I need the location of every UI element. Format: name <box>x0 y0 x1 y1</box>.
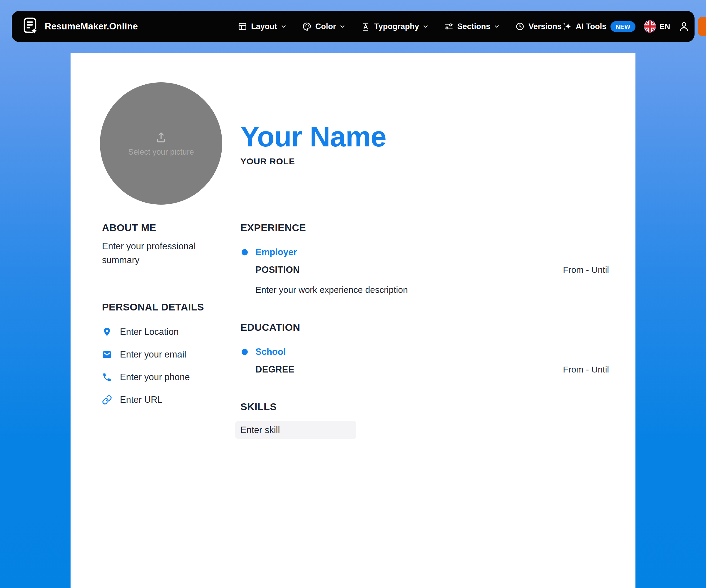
phone-icon <box>102 372 112 382</box>
personal-details-heading: PERSONAL DETAILS <box>102 301 231 313</box>
nav-item-sections[interactable]: Sections <box>444 22 500 31</box>
skill-input[interactable]: Enter skill <box>235 421 356 439</box>
chevron-down-icon <box>422 23 429 30</box>
nav-item-label: Color <box>315 22 336 31</box>
uk-flag-icon <box>644 20 656 33</box>
top-navbar: ResumeMaker.Online Layout Color <box>12 11 695 42</box>
education-dates-field[interactable]: From - Until <box>563 364 609 375</box>
bullet-icon <box>242 249 248 256</box>
resume-role-field[interactable]: YOUR ROLE <box>240 156 295 166</box>
layout-icon <box>238 22 247 31</box>
education-degree-row: DEGREE From - Until <box>240 364 609 375</box>
nav-item-label: Typography <box>374 22 419 31</box>
ai-tools-button[interactable]: AI Tools NEW <box>562 21 635 32</box>
brand-title: ResumeMaker.Online <box>45 21 138 32</box>
brand[interactable]: ResumeMaker.Online <box>23 17 138 36</box>
summary-field[interactable]: Enter your professional summary <box>102 239 231 267</box>
location-label: Enter Location <box>120 327 179 337</box>
chevron-down-icon <box>494 23 500 30</box>
nav-item-color[interactable]: Color <box>302 22 346 31</box>
chevron-down-icon <box>280 23 287 30</box>
resume-page: Select your picture Your Name YOUR ROLE … <box>71 53 635 588</box>
sparkles-icon <box>562 22 572 32</box>
degree-field[interactable]: DEGREE <box>256 364 295 375</box>
email-label: Enter your email <box>120 349 186 360</box>
employer-label: Employer <box>256 247 297 258</box>
nav-item-layout[interactable]: Layout <box>238 22 287 31</box>
nav-menu: Layout Color Typograph <box>238 22 562 31</box>
new-badge: NEW <box>611 21 635 32</box>
bullet-icon <box>242 349 248 355</box>
phone-label: Enter your phone <box>120 372 190 383</box>
download-button[interactable]: Download <box>698 17 706 36</box>
resume-name-field[interactable]: Your Name <box>240 122 386 151</box>
nav-item-label: Layout <box>251 22 277 31</box>
phone-field[interactable]: Enter your phone <box>102 370 231 384</box>
left-column: ABOUT ME Enter your professional summary… <box>102 222 231 406</box>
right-column: EXPERIENCE Employer POSITION From - Unti… <box>240 222 609 439</box>
upload-icon <box>154 130 168 144</box>
chevron-down-icon <box>339 23 346 30</box>
employer-field[interactable]: Employer <box>240 247 609 258</box>
experience-description-field[interactable]: Enter your work experience description <box>240 285 609 295</box>
school-field[interactable]: School <box>240 347 609 357</box>
language-label: EN <box>660 22 670 31</box>
nav-item-versions[interactable]: Versions <box>515 22 562 31</box>
location-icon <box>102 327 112 337</box>
experience-heading: EXPERIENCE <box>240 222 609 233</box>
email-field[interactable]: Enter your email <box>102 348 231 361</box>
nav-item-typography[interactable]: Typography <box>361 22 429 31</box>
about-me-heading: ABOUT ME <box>102 222 231 233</box>
typography-icon <box>361 22 370 31</box>
sliders-icon <box>444 22 454 31</box>
link-icon <box>102 395 112 405</box>
school-label: School <box>256 347 286 357</box>
language-selector[interactable]: EN <box>644 20 670 33</box>
avatar-label: Select your picture <box>128 148 194 157</box>
person-icon[interactable] <box>678 21 690 32</box>
ai-tools-label: AI Tools <box>576 22 606 31</box>
education-heading: EDUCATION <box>240 322 609 333</box>
avatar-upload[interactable]: Select your picture <box>100 82 222 205</box>
position-field[interactable]: POSITION <box>256 265 300 275</box>
experience-dates-field[interactable]: From - Until <box>563 265 609 275</box>
nav-right-cluster: AI Tools NEW EN <box>562 17 706 36</box>
palette-icon <box>302 22 312 31</box>
resume-document-sparkle-icon <box>23 17 39 36</box>
clock-icon <box>515 22 525 31</box>
experience-position-row: POSITION From - Until <box>240 265 609 275</box>
email-icon <box>102 350 112 360</box>
nav-item-label: Sections <box>457 22 491 31</box>
personal-details-list: Enter Location Enter your email Enter yo… <box>102 325 231 406</box>
url-field[interactable]: Enter URL <box>102 393 231 406</box>
location-field[interactable]: Enter Location <box>102 325 231 339</box>
skills-heading: SKILLS <box>240 401 609 413</box>
url-label: Enter URL <box>120 395 162 405</box>
nav-item-label: Versions <box>528 22 562 31</box>
